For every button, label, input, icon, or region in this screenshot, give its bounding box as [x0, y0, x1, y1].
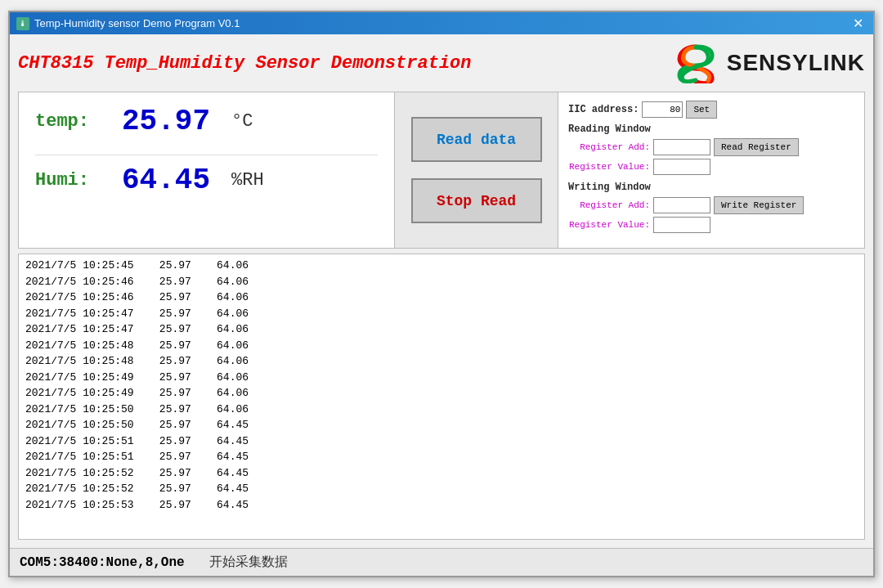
- read-register-button[interactable]: Read Register: [714, 138, 799, 156]
- iic-address-input[interactable]: [642, 101, 683, 118]
- read-reg-add-row: Register Add: Read Register: [568, 138, 854, 156]
- sensor-divider: [35, 155, 378, 155]
- status-com: COM5:38400:None,8,One: [20, 555, 185, 570]
- log-line: 2021/7/5 10:25:49 25.97 64.06: [25, 370, 858, 386]
- logo-text: SENSYLINK: [727, 50, 865, 76]
- status-message: 开始采集数据: [209, 554, 288, 571]
- status-bar: COM5:38400:None,8,One 开始采集数据: [10, 548, 873, 576]
- log-line: 2021/7/5 10:25:50 25.97 64.45: [25, 417, 858, 433]
- humi-value: 64.45: [117, 164, 215, 197]
- write-reg-add-label: Register Add:: [568, 200, 650, 210]
- humi-unit: %RH: [231, 170, 264, 191]
- read-data-button[interactable]: Read data: [411, 117, 542, 162]
- read-reg-add-input[interactable]: [653, 139, 710, 155]
- temp-unit: °C: [231, 111, 253, 132]
- write-reg-add-input[interactable]: [653, 197, 710, 213]
- stop-read-button[interactable]: Stop Read: [411, 178, 542, 223]
- write-reg-value-row: Register Value:: [568, 217, 854, 233]
- header-row: CHT8315 Temp_Humidity Sensor Demonstrati…: [18, 43, 865, 83]
- log-line: 2021/7/5 10:25:45 25.97 64.06: [25, 258, 858, 274]
- writing-window-title: Writing Window: [568, 182, 854, 193]
- sensylink-logo-icon: [671, 43, 720, 83]
- log-line: 2021/7/5 10:25:46 25.97 64.06: [25, 274, 858, 290]
- main-panel: temp: 25.97 °C Humi: 64.45 %RH Read data…: [18, 92, 865, 249]
- log-line: 2021/7/5 10:25:49 25.97 64.06: [25, 385, 858, 402]
- sensor-panel: temp: 25.97 °C Humi: 64.45 %RH: [19, 92, 395, 248]
- iic-address-label: IIC address:: [568, 104, 639, 115]
- log-line: 2021/7/5 10:25:48 25.97 64.06: [25, 338, 858, 354]
- iic-address-row: IIC address: Set: [568, 101, 854, 119]
- register-panel: IIC address: Set Reading Window Register…: [558, 92, 864, 248]
- write-reg-value-label: Register Value:: [568, 220, 650, 230]
- log-line: 2021/7/5 10:25:52 25.97 64.45: [25, 465, 858, 482]
- writing-window-section: Writing Window Register Add: Write Regis…: [568, 182, 854, 233]
- log-line: 2021/7/5 10:25:47 25.97 64.06: [25, 306, 858, 322]
- temp-label: temp:: [35, 111, 101, 132]
- temp-row: temp: 25.97 °C: [35, 105, 378, 138]
- title-bar: 🌡 Temp-Humidity sensor Demo Program V0.1…: [10, 12, 873, 34]
- read-reg-value-label: Register Value:: [568, 162, 650, 172]
- log-line: 2021/7/5 10:25:50 25.97 64.06: [25, 402, 858, 418]
- log-line: 2021/7/5 10:25:52 25.97 64.45: [25, 481, 858, 497]
- write-register-button[interactable]: Write Register: [714, 196, 804, 214]
- read-reg-value-input[interactable]: [653, 159, 710, 175]
- log-line: 2021/7/5 10:25:48 25.97 64.06: [25, 353, 858, 370]
- log-line: 2021/7/5 10:25:51 25.97 64.45: [25, 433, 858, 450]
- main-window: 🌡 Temp-Humidity sensor Demo Program V0.1…: [8, 11, 875, 577]
- reading-window-title: Reading Window: [568, 123, 854, 135]
- log-line: 2021/7/5 10:25:47 25.97 64.06: [25, 321, 858, 338]
- app-title: CHT8315 Temp_Humidity Sensor Demonstrati…: [18, 53, 472, 74]
- window-title: Temp-Humidity sensor Demo Program V0.1: [34, 17, 240, 29]
- log-area[interactable]: 2021/7/5 10:25:45 25.97 64.062021/7/5 10…: [18, 254, 865, 540]
- title-bar-left: 🌡 Temp-Humidity sensor Demo Program V0.1: [16, 17, 240, 30]
- log-line: 2021/7/5 10:25:46 25.97 64.06: [25, 290, 858, 306]
- button-panel: Read data Stop Read: [395, 92, 558, 248]
- app-icon: 🌡: [16, 17, 29, 30]
- humi-row: Humi: 64.45 %RH: [35, 164, 378, 197]
- write-reg-add-row: Register Add: Write Register: [568, 196, 854, 214]
- write-reg-value-input[interactable]: [653, 217, 710, 233]
- content-area: CHT8315 Temp_Humidity Sensor Demonstrati…: [10, 34, 873, 548]
- log-line: 2021/7/5 10:25:53 25.97 64.45: [25, 497, 858, 514]
- close-button[interactable]: ✕: [849, 16, 867, 31]
- set-button[interactable]: Set: [686, 101, 717, 119]
- log-line: 2021/7/5 10:25:51 25.97 64.45: [25, 449, 858, 465]
- reading-window-section: Reading Window Register Add: Read Regist…: [568, 123, 854, 175]
- temp-value: 25.97: [117, 105, 215, 138]
- logo-area: SENSYLINK: [671, 43, 865, 83]
- read-reg-add-label: Register Add:: [568, 142, 650, 152]
- humi-label: Humi:: [35, 170, 101, 191]
- read-reg-value-row: Register Value:: [568, 159, 854, 175]
